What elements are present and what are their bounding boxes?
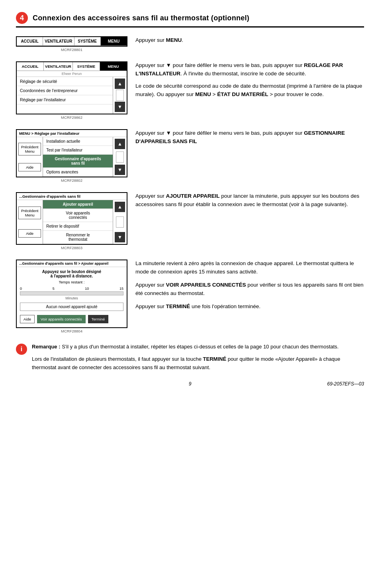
timer-unit: Minutes	[20, 296, 123, 300]
nav-ventilateur-2: VENTILATEUR	[44, 62, 73, 71]
arrow-up-step4[interactable]: ▲	[115, 202, 125, 212]
menu-item-entrepreneur[interactable]: Coordonnées de l'entrepreneur	[17, 86, 113, 95]
note-bold-label: Remarque :	[32, 344, 61, 350]
arrow-up-step3[interactable]: ▲	[115, 139, 125, 149]
gestionnaire-items-step4: Ajouter appareil Voir appareilsconnectés…	[43, 200, 113, 244]
scroll-track-step3	[116, 151, 124, 163]
step2-instruction: Appuyer sur ▼ pour faire défiler le menu…	[135, 61, 364, 99]
arrow-up-step2[interactable]: ▲	[115, 79, 125, 89]
nav-accueil-1: ACCUEIL	[17, 37, 43, 45]
step5-ref: MCRF28804	[16, 328, 127, 334]
step4-ref: MCRF28803	[16, 245, 127, 251]
note-content: Remarque : S'il y a plus d'un thermostat…	[32, 343, 364, 372]
menu-items-step2: Réglage de sécurité Coordonnées de l'ent…	[17, 77, 113, 114]
note-box: i Remarque : S'il y a plus d'un thermost…	[16, 343, 364, 372]
page-footer: 9 69-2057EFS—03	[16, 381, 364, 387]
step4-instruction: Appuyer sur AJOUTER APPAREIL pour lancer…	[135, 192, 364, 209]
step5-row: ...Gestionnaire d'appareils sans fil > A…	[16, 260, 364, 334]
item-renommer[interactable]: Renommer lethermostat	[43, 231, 113, 244]
nav-ventilateur-1: VENTILATEUR	[43, 37, 74, 45]
menu-body-step2: Réglage de sécurité Coordonnées de l'ent…	[17, 77, 127, 114]
gestionnaire-ui-step4: ...Gestionnaire d'appareils sans fil Pré…	[16, 192, 127, 245]
step5-instructions: La minuterie revient à zéro après la con…	[135, 260, 364, 311]
aide-btn-step3[interactable]: Aide	[18, 163, 41, 171]
step4-row: ...Gestionnaire d'appareils sans fil Pré…	[16, 192, 364, 251]
section-number: 4	[16, 12, 28, 24]
timer-ui-step5: ...Gestionnaire d'appareils sans fil > A…	[16, 260, 127, 328]
precedent-menu-btn-step4[interactable]: PrécédentMenu	[18, 206, 41, 219]
step5-left: ...Gestionnaire d'appareils sans fil > A…	[16, 260, 127, 334]
step3-left: MENU > Réglage par l'installateur Précéd…	[16, 129, 127, 183]
step1-row: ACCUEIL VENTILATEUR SYSTÈME MENU MCRF288…	[16, 36, 364, 53]
scroll-track-step2	[116, 90, 124, 101]
step1-instruction: Appuyer sur MENU.	[135, 36, 364, 45]
arrow-down-step3[interactable]: ▼	[115, 165, 125, 175]
timer-subtitle: Temps restant :	[20, 280, 123, 284]
gestionnaire-controls-step4: ▲ ▼	[113, 200, 127, 244]
timer-termine-btn[interactable]: Terminé	[88, 315, 109, 323]
installer-ui-step3: MENU > Réglage par l'installateur Précéd…	[16, 129, 127, 177]
installer-body-step3: PrécédentMenu Aide Installation actuelle…	[17, 137, 127, 177]
timer-labels: 0 5 10 15	[20, 287, 123, 291]
note-text1: S'il y a plus d'un thermostat à installe…	[61, 344, 339, 350]
item-installation[interactable]: Installation actuelle	[43, 137, 113, 146]
timer-label-10: 10	[85, 287, 89, 291]
note-text2: Lors de l'installation de plusieurs ther…	[32, 355, 364, 372]
timer-aide-btn[interactable]: Aide	[20, 315, 35, 323]
precedent-menu-btn-step3[interactable]: PrécédentMenu	[18, 143, 41, 155]
note-icon: i	[16, 344, 27, 355]
installer-left-btns-step3: PrécédentMenu Aide	[17, 137, 43, 177]
step3-instruction: Appuyer sur ▼ pour faire défiler le menu…	[135, 129, 364, 146]
step2-left: ACCUEIL VENTILATEUR SYSTÈME MENU Eheer P…	[16, 61, 127, 120]
item-retirer[interactable]: Retirer le dispositif	[43, 222, 113, 231]
installer-controls-step3: ▲ ▼	[113, 137, 127, 177]
scroll-track-step4	[116, 216, 124, 228]
menu-ui-step2: ACCUEIL VENTILATEUR SYSTÈME MENU Eheer P…	[16, 61, 127, 114]
menu-controls-step2: ▲ ▼	[113, 77, 127, 114]
timer-body: Appuyez sur le bouton désignéà l'apparei…	[17, 267, 127, 327]
page-number: 9	[189, 381, 192, 387]
timer-label-15: 15	[119, 287, 123, 291]
item-ajouter[interactable]: Ajouter appareil	[43, 200, 113, 209]
nav-menu-1: MENU	[101, 37, 127, 45]
menu-item-installer[interactable]: Réglage par l'installateur	[17, 95, 113, 104]
footer-ref: 69-2057EFS—03	[191, 381, 364, 387]
step3-row: MENU > Réglage par l'installateur Précéd…	[16, 129, 364, 183]
arrow-down-step4[interactable]: ▼	[115, 232, 125, 242]
nav-systeme-2: SYSTÈME	[73, 62, 100, 71]
step3-ref: MCRF28802	[16, 177, 127, 183]
arrow-down-step2[interactable]: ▼	[115, 102, 125, 112]
scroll-text: Eheer Perun	[17, 71, 127, 77]
menu-header-step2: ACCUEIL VENTILATEUR SYSTÈME MENU	[17, 62, 127, 71]
gestionnaire-header-step4: ...Gestionnaire d'appareils sans fil	[17, 193, 127, 200]
timer-title: Appuyez sur le bouton désignéà l'apparei…	[20, 269, 123, 278]
item-gestionnaire[interactable]: Gestionnaire d'appareilssans fil	[43, 155, 113, 168]
gestionnaire-left-btns: PrécédentMenu Aide	[17, 200, 43, 244]
step1-ref: MCRF28801	[16, 47, 127, 53]
step2-row: ACCUEIL VENTILATEUR SYSTÈME MENU Eheer P…	[16, 61, 364, 120]
menu-item-security[interactable]: Réglage de sécurité	[17, 77, 113, 86]
nav-menu-2: MENU	[100, 62, 127, 71]
step1-left: ACCUEIL VENTILATEUR SYSTÈME MENU MCRF288…	[16, 36, 127, 53]
item-test[interactable]: Test par l'installateur	[43, 146, 113, 155]
timer-bar-track	[20, 291, 123, 295]
item-voir[interactable]: Voir appareilsconnectés	[43, 209, 113, 222]
step4-left: ...Gestionnaire d'appareils sans fil Pré…	[16, 192, 127, 251]
installer-header-step3: MENU > Réglage par l'installateur	[17, 130, 127, 137]
timer-label-0: 0	[20, 287, 22, 291]
gestionnaire-body-step4: PrécédentMenu Aide Ajouter appareil Voir…	[17, 200, 127, 244]
aide-btn-step4[interactable]: Aide	[18, 229, 41, 238]
step2-ref: MCRF29862	[16, 114, 127, 120]
thermo-ui-step1: ACCUEIL VENTILATEUR SYSTÈME MENU	[16, 36, 127, 47]
section-title: Connexion des accessoires sans fil au th…	[33, 14, 249, 22]
item-options[interactable]: Options avancées	[43, 168, 113, 177]
installer-items-step3: Installation actuelle Test par l'install…	[43, 137, 113, 177]
timer-header: ...Gestionnaire d'appareils sans fil > A…	[17, 260, 127, 267]
timer-footer: Aide Voir appareils connectés Terminé	[20, 313, 123, 325]
timer-voir-btn[interactable]: Voir appareils connectés	[37, 315, 86, 323]
section-header: 4 Connexion des accessoires sans fil au …	[16, 12, 364, 28]
nav-accueil-2: ACCUEIL	[17, 62, 44, 71]
timer-no-device-msg: Aucun nouvel appareil ajouté	[20, 303, 123, 311]
thermo-nav-step1: ACCUEIL VENTILATEUR SYSTÈME MENU	[17, 37, 127, 46]
nav-systeme-1: SYSTÈME	[74, 37, 101, 45]
